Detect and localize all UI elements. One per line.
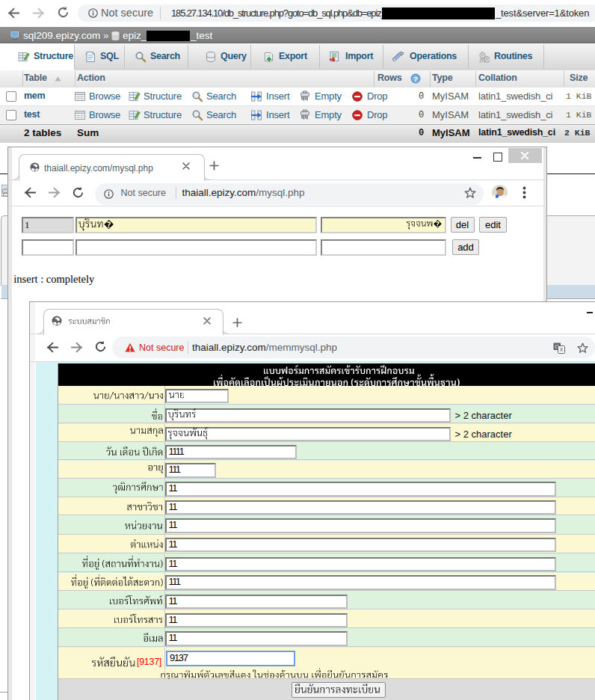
svg-text:?: ?	[413, 75, 418, 83]
